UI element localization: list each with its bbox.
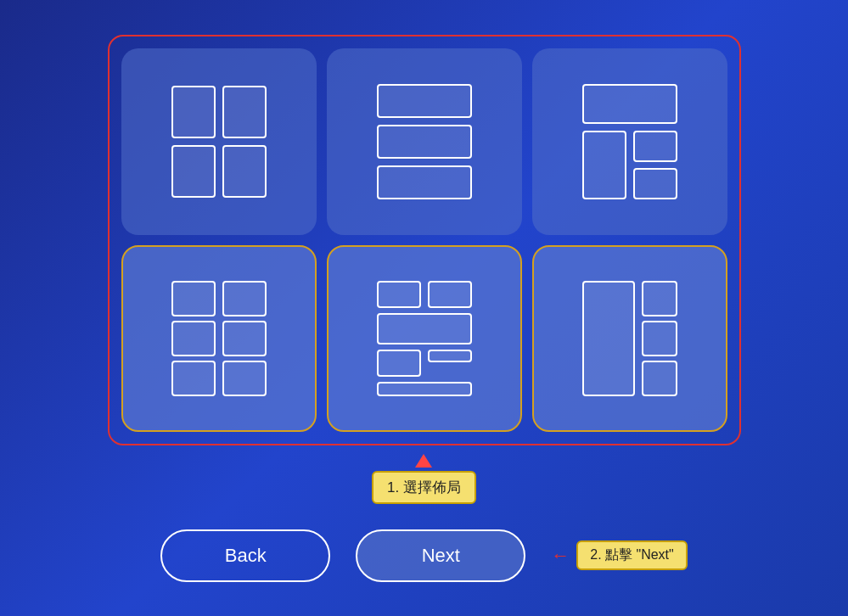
svg-rect-13 [172,322,215,356]
svg-rect-20 [378,350,420,376]
layout-card-4[interactable] [121,245,317,432]
layout-preview-5 [369,275,480,402]
main-container: 1. 選擇佈局 Back Next ← 2. 點擊 "Next" [108,35,741,582]
layout-preview-3 [575,78,685,205]
layout-card-3[interactable] [532,48,727,235]
svg-rect-15 [172,361,215,395]
layout-preview-1 [164,78,274,205]
svg-rect-8 [583,132,626,199]
svg-rect-21 [429,350,471,361]
svg-rect-1 [223,87,266,137]
next-hint: ← 2. 點擊 "Next" [551,540,688,570]
svg-rect-22 [378,383,471,395]
svg-rect-18 [429,282,471,307]
arrow-up-icon [415,454,432,468]
back-label: Back [225,545,267,567]
arrow-left-icon: ← [551,545,570,567]
step-tooltip-container: 1. 選擇佈局 [372,454,476,504]
layout-card-1[interactable] [121,48,317,235]
buttons-row: Back Next ← 2. 點擊 "Next" [160,529,688,582]
svg-rect-3 [223,146,266,197]
svg-rect-0 [172,87,215,137]
tooltip-step: 1. [387,479,399,496]
svg-rect-26 [643,361,677,395]
step-tooltip: 1. 選擇佈局 [372,471,476,504]
back-button[interactable]: Back [160,529,330,582]
svg-rect-7 [583,85,677,123]
layout-card-2[interactable] [327,48,522,235]
layout-preview-4 [164,275,274,402]
next-label: Next [422,545,460,567]
svg-rect-17 [378,282,420,307]
layout-preview-6 [575,275,685,402]
layout-card-5[interactable] [327,245,522,432]
svg-rect-4 [378,85,471,117]
svg-rect-16 [223,361,266,395]
next-button[interactable]: Next [356,529,525,582]
svg-rect-23 [583,282,634,395]
layout-grid [108,35,741,445]
svg-rect-25 [643,322,677,356]
next-hint-box: 2. 點擊 "Next" [576,540,688,570]
svg-rect-9 [634,132,677,161]
svg-rect-14 [223,322,266,356]
svg-rect-6 [378,166,471,199]
svg-rect-5 [378,126,471,158]
next-hint-label: 2. 點擊 "Next" [590,547,674,562]
svg-rect-10 [634,169,677,199]
svg-rect-19 [378,314,471,344]
tooltip-label: 選擇佈局 [403,479,461,496]
svg-rect-12 [223,282,266,316]
layout-preview-2 [369,78,480,205]
svg-rect-11 [172,282,215,316]
svg-rect-24 [643,282,677,316]
svg-rect-2 [172,146,215,197]
layout-card-6[interactable] [532,245,727,432]
